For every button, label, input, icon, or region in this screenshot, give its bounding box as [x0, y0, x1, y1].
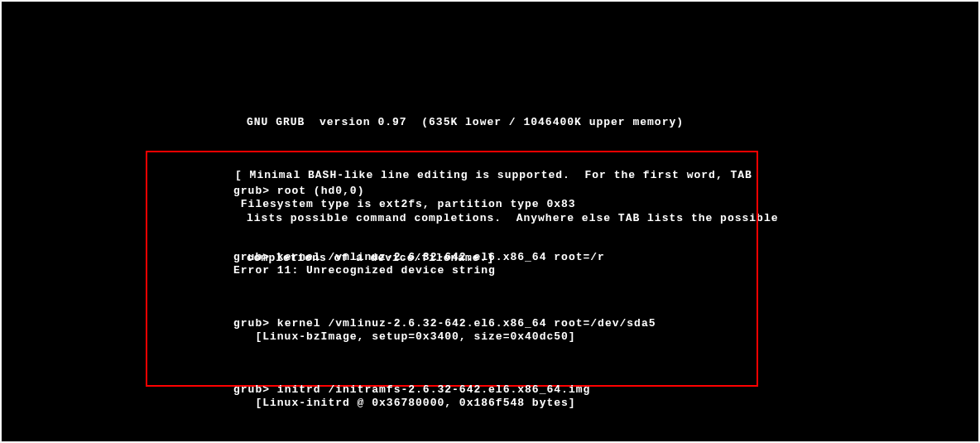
grub-prompt: grub> — [233, 251, 270, 263]
command-text: initrd /initramfs-2.6.32-642.el6.x86_64.… — [277, 383, 590, 396]
grub-prompt: grub> — [233, 317, 270, 330]
grub-prompt: grub> — [233, 383, 270, 396]
command-block-root: grub> root (hd0,0) Filesystem type is ex… — [233, 185, 656, 211]
command-text: kernel /vmlinuz-2.6.32-642.el6.x86_64 ro… — [277, 317, 656, 330]
command-text: root (hd0,0) — [277, 185, 365, 197]
command-block-kernel-error: grub> kernel /vmlinuz-2.6.32-642.el6.x86… — [233, 251, 656, 277]
grub-title: GNU GRUB version 0.97 (635K lower / 1046… — [247, 116, 779, 129]
command-block-initrd: grub> initrd /initramfs-2.6.32-642.el6.x… — [233, 383, 656, 410]
command-block-kernel-ok: grub> kernel /vmlinuz-2.6.32-642.el6.x86… — [233, 317, 656, 344]
grub-session: grub> root (hd0,0) Filesystem type is ex… — [233, 158, 656, 443]
command-output: [Linux-initrd @ 0x36780000, 0x186f548 by… — [233, 397, 656, 410]
command-text: kernel /vmlinuz-2.6.32-642.el6.x86_64 ro… — [277, 251, 605, 263]
command-output: Error 11: Unrecognized device string — [233, 264, 656, 277]
command-output: [Linux-bzImage, setup=0x3400, size=0x40d… — [233, 330, 656, 344]
grub-prompt: grub> — [233, 185, 270, 197]
command-output: Filesystem type is ext2fs, partition typ… — [233, 198, 656, 211]
terminal-window: GNU GRUB version 0.97 (635K lower / 1046… — [2, 2, 978, 441]
